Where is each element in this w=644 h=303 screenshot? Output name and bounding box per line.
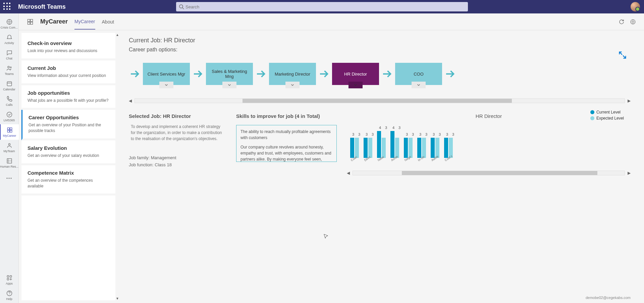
svg-point-12 <box>8 143 10 145</box>
svg-point-3 <box>8 66 9 68</box>
tab-header: MyCareer MyCareer About <box>19 13 644 30</box>
rail-item-chat[interactable]: Chat <box>0 47 19 62</box>
job-function: Job function: Class 18 <box>129 162 226 167</box>
user-email: demobe02@cegekabs.com <box>586 296 631 300</box>
arrow-right-icon <box>192 68 204 80</box>
chevron-down-icon[interactable] <box>412 82 426 88</box>
bar-pair: 43 <box>390 131 399 158</box>
rail-item-myteam[interactable]: MyTeam <box>0 140 19 155</box>
globe-icon[interactable] <box>630 19 636 25</box>
svg-rect-11 <box>10 130 12 132</box>
card-career-opportunities[interactable]: Career OpportunitiesGet an overview of y… <box>21 110 115 140</box>
user-avatar[interactable] <box>631 2 640 11</box>
svg-rect-18 <box>7 278 9 280</box>
path-box-0[interactable]: Client Services Mgr <box>143 63 190 85</box>
current-job-heading: Current Job: HR Director <box>129 37 631 44</box>
tab-about[interactable]: About <box>102 14 114 29</box>
waffle-icon[interactable] <box>3 3 11 11</box>
rail-item-lms365[interactable]: LMS365 <box>0 109 19 124</box>
rail-more[interactable]: ··· <box>0 171 19 186</box>
skills-title: Skills to improve for job (4 in Total) <box>236 113 337 119</box>
chart-title: HR Director <box>347 113 631 119</box>
card-salary-evolution[interactable]: Salary EvolutionGet an overview of your … <box>21 140 115 165</box>
expand-icon[interactable] <box>618 50 627 60</box>
svg-rect-8 <box>7 128 9 130</box>
card-checkin[interactable]: Check-in overviewLook into your reviews … <box>21 36 115 60</box>
mycareer-app-icon <box>27 18 34 25</box>
career-path-row: Client Services Mgr Sales & Marketing Mn… <box>129 63 631 85</box>
card-job-opportunities[interactable]: Job opportunitiesWhat jobs are a possitb… <box>21 85 115 110</box>
rail-item-apps[interactable]: Apps <box>0 272 19 288</box>
scroll-left-icon[interactable]: ◀ <box>347 171 350 175</box>
search-input[interactable] <box>176 2 468 11</box>
svg-rect-16 <box>7 275 9 277</box>
app-rail: Crisis Com... Activity Chat Teams Calend… <box>0 13 19 303</box>
rail-item-calls[interactable]: Calls <box>0 93 19 109</box>
card-current-job[interactable]: Current JobView information about your c… <box>21 60 115 85</box>
svg-point-0 <box>179 5 183 8</box>
arrow-right-icon <box>129 68 141 80</box>
legend-dot-expected <box>590 116 594 120</box>
chevron-down-icon[interactable] <box>348 82 363 88</box>
scroll-right-icon[interactable]: ▶ <box>628 98 631 103</box>
search-container <box>176 2 468 11</box>
svg-rect-22 <box>31 19 33 21</box>
tab-mycareer[interactable]: MyCareer <box>74 14 95 30</box>
path-box-3[interactable]: HR Director <box>332 63 379 85</box>
arrow-right-icon <box>255 68 267 80</box>
svg-rect-5 <box>7 82 11 86</box>
svg-line-1 <box>182 8 184 9</box>
skills-panel: Skills to improve for job (4 in Total) T… <box>236 113 337 175</box>
detail-view: Current Job: HR Director Career path opt… <box>115 30 644 303</box>
skill-description-box[interactable]: The ability to reach mutually profitable… <box>236 125 337 162</box>
svg-rect-10 <box>7 130 9 132</box>
title-bar: Microsoft Teams <box>0 0 644 13</box>
chevron-down-icon[interactable] <box>222 82 236 88</box>
rail-item-help[interactable]: Help <box>0 288 19 303</box>
svg-rect-9 <box>10 128 12 130</box>
chevron-down-icon[interactable] <box>285 82 300 88</box>
side-panel: Check-in overviewLook into your reviews … <box>21 33 115 300</box>
arrow-right-icon <box>381 68 393 80</box>
rail-item-activity[interactable]: Activity <box>0 32 19 47</box>
selected-job-desc: To develop and implement a coherent HR s… <box>129 124 226 142</box>
bar-pair: 43 <box>377 131 386 158</box>
job-family: Job family: Management <box>129 155 226 160</box>
rail-item-calendar[interactable]: Calendar <box>0 78 19 93</box>
svg-rect-21 <box>28 19 30 21</box>
career-path-label: Career path options: <box>129 47 631 53</box>
arrow-right-icon <box>318 68 330 80</box>
path-box-4[interactable]: COO <box>395 63 442 85</box>
scroll-left-icon[interactable]: ◀ <box>129 98 132 103</box>
path-scrollbar[interactable]: ◀ ▶ <box>129 98 631 103</box>
rail-item-crisis[interactable]: Crisis Com... <box>0 16 19 32</box>
svg-rect-23 <box>28 22 30 24</box>
search-icon <box>179 4 184 9</box>
path-box-2[interactable]: Marketing Director <box>269 63 316 85</box>
selected-job-title: Selected Job: HR Director <box>129 113 226 119</box>
rail-item-humanres[interactable]: Human Res... <box>0 155 19 171</box>
legend-dot-current <box>590 110 594 114</box>
skills-chart: Current Level Expected Level HR Director… <box>347 113 631 175</box>
svg-rect-24 <box>31 22 33 24</box>
refresh-icon[interactable] <box>619 19 625 25</box>
scrollbar-thumb[interactable] <box>243 99 512 103</box>
path-box-1[interactable]: Sales & Marketing Mng <box>206 63 253 85</box>
rail-item-teams[interactable]: Teams <box>0 62 19 78</box>
ellipsis-icon: ··· <box>6 175 12 182</box>
chevron-down-icon[interactable] <box>159 82 173 88</box>
scrollbar-thumb[interactable] <box>402 171 597 175</box>
svg-point-7 <box>7 112 12 117</box>
page-title: MyCareer <box>40 18 68 25</box>
selected-job-panel: Selected Job: HR Director To develop and… <box>129 113 226 175</box>
chart-legend: Current Level Expected Level <box>590 110 624 121</box>
app-title: Microsoft Teams <box>18 3 66 10</box>
scroll-right-icon[interactable]: ▶ <box>628 171 631 175</box>
card-competence-matrix[interactable]: Competence MatrixGet an overview of the … <box>21 165 115 196</box>
arrow-right-icon <box>444 68 456 80</box>
svg-point-20 <box>9 295 9 295</box>
chart-scrollbar[interactable]: ◀ ▶ <box>347 171 631 175</box>
svg-point-4 <box>10 67 11 68</box>
svg-rect-17 <box>10 275 11 277</box>
rail-item-mycareer[interactable]: MyCareer <box>0 124 19 140</box>
